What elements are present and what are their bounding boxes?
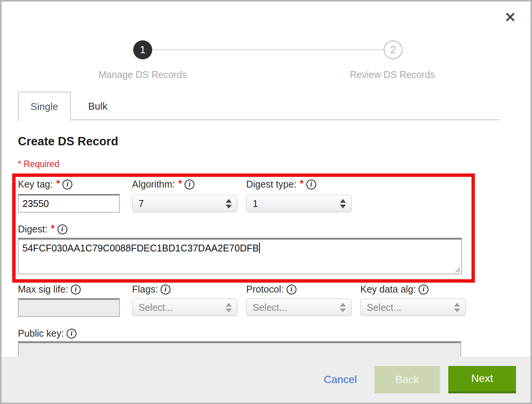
step-2-number: 2	[390, 44, 396, 56]
info-icon[interactable]: i	[185, 180, 194, 189]
key-data-alg-select[interactable]: Select...	[360, 299, 466, 316]
key-data-alg-select-value: Select...	[367, 302, 401, 313]
spinner-arrows-icon	[340, 199, 346, 208]
max-sig-life-label: Max sig life: i	[18, 284, 81, 295]
step-1-number: 1	[140, 44, 145, 56]
text-cursor	[259, 243, 260, 253]
step-2-label: Review DS Records	[331, 69, 453, 80]
close-icon[interactable]: ✕	[505, 11, 516, 24]
required-asterisk: *	[51, 223, 55, 234]
next-button[interactable]: Next	[448, 366, 516, 393]
spinner-arrows-icon	[454, 303, 460, 312]
info-icon[interactable]: i	[67, 329, 76, 339]
digest-label: Digest: * i	[18, 224, 67, 235]
required-asterisk: *	[300, 178, 304, 189]
algorithm-select[interactable]: 7	[132, 195, 237, 212]
spinner-arrows-icon	[340, 303, 346, 312]
protocol-select-value: Select...	[253, 302, 287, 313]
stepper-connector	[152, 49, 385, 50]
spinner-arrows-icon	[226, 303, 232, 312]
resize-grip-icon[interactable]	[454, 266, 460, 272]
required-asterisk: *	[178, 178, 182, 189]
step-2-circle: 2	[384, 40, 403, 59]
digest-value: 54FCF030AA1C79C0088FDEC1BD1C37DAA2E70DFB	[22, 243, 259, 253]
flags-select[interactable]: Select...	[132, 299, 237, 316]
tab-single-label: Single	[30, 101, 58, 113]
create-ds-record-modal: ✕ 1 2 Manage DS Records Review DS Record…	[0, 0, 532, 404]
flags-label: Flags: i	[132, 284, 170, 295]
modal-footer: Cancel Back Next	[2, 356, 530, 402]
info-icon[interactable]: i	[62, 180, 72, 189]
step-1-label: Manage DS Records	[82, 69, 204, 80]
protocol-label: Protocol: i	[246, 284, 296, 295]
info-icon[interactable]: i	[57, 224, 67, 234]
max-sig-life-input[interactable]	[18, 298, 120, 317]
key-data-alg-label: Key data alg: i	[360, 284, 428, 295]
key-tag-input[interactable]	[18, 194, 120, 213]
key-tag-label: Key tag: * i	[18, 179, 72, 190]
public-key-label: Public key: i	[18, 328, 76, 339]
info-icon[interactable]: i	[287, 285, 296, 294]
algorithm-select-value: 7	[139, 198, 144, 209]
digest-type-select-value: 1	[253, 198, 258, 209]
cancel-button[interactable]: Cancel	[324, 374, 357, 386]
info-icon[interactable]: i	[71, 285, 81, 294]
info-icon[interactable]: i	[306, 180, 316, 189]
step-1-circle: 1	[133, 40, 152, 59]
digest-type-select[interactable]: 1	[246, 195, 352, 212]
tab-single[interactable]: Single	[18, 92, 71, 121]
spinner-arrows-icon	[226, 199, 232, 208]
digest-textarea[interactable]: 54FCF030AA1C79C0088FDEC1BD1C37DAA2E70DFB	[18, 238, 462, 274]
tab-bulk[interactable]: Bulk	[71, 92, 125, 121]
info-icon[interactable]: i	[419, 285, 428, 294]
back-button[interactable]: Back	[374, 366, 440, 393]
page-title: Create DS Record	[18, 135, 118, 148]
tab-underline	[18, 119, 500, 120]
tab-bulk-label: Bulk	[88, 100, 108, 112]
protocol-select[interactable]: Select...	[246, 299, 352, 316]
digest-type-label: Digest type: * i	[246, 179, 316, 190]
info-icon[interactable]: i	[161, 285, 170, 294]
required-note: * Required	[18, 159, 59, 169]
flags-select-value: Select...	[139, 302, 173, 313]
required-asterisk: *	[56, 178, 60, 189]
algorithm-label: Algorithm: * i	[132, 179, 194, 190]
